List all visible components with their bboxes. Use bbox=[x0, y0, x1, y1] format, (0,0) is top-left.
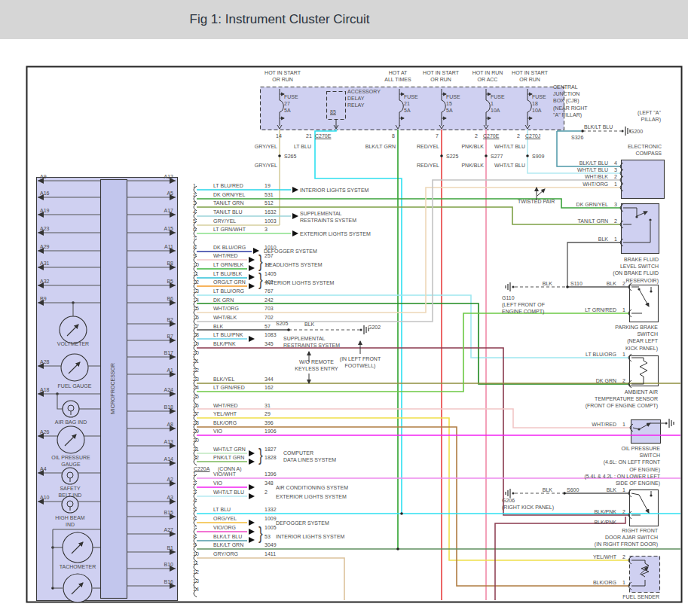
junction-dot bbox=[400, 512, 403, 515]
junction-dot bbox=[621, 130, 623, 132]
junction-dot bbox=[650, 290, 652, 292]
junction-dot bbox=[485, 154, 488, 157]
electronic-compass-box bbox=[622, 160, 665, 199]
junction-dot bbox=[665, 422, 667, 424]
junction-dot bbox=[359, 328, 362, 331]
junction-dot bbox=[566, 285, 569, 288]
junction-dot bbox=[650, 494, 652, 496]
wiring-diagram-canvas bbox=[0, 0, 688, 616]
junction-dot bbox=[635, 215, 638, 218]
central-junction-box bbox=[261, 87, 564, 130]
junction-dot bbox=[526, 154, 529, 157]
wiring-diagram-page: { "title": "Fig 1: Instrument Cluster Ci… bbox=[0, 0, 688, 616]
junction-dot bbox=[649, 218, 651, 221]
junction-dot bbox=[440, 154, 443, 157]
junction-dot bbox=[512, 285, 514, 288]
junction-dot bbox=[278, 154, 281, 157]
parking-brake-switch-box bbox=[630, 285, 659, 322]
junction-dot bbox=[396, 547, 399, 550]
microprocessor-bar bbox=[101, 180, 127, 599]
junction-dot bbox=[581, 130, 584, 133]
accessory-delay-relay-box bbox=[327, 92, 346, 120]
junction-dot bbox=[563, 492, 566, 495]
junction-dot bbox=[638, 288, 640, 290]
junction-dot bbox=[638, 428, 640, 430]
brake-fluid-switch-box bbox=[622, 204, 659, 254]
door-ajar-switch-box bbox=[630, 490, 659, 526]
junction-dot bbox=[512, 492, 514, 494]
junction-dot bbox=[287, 328, 290, 331]
